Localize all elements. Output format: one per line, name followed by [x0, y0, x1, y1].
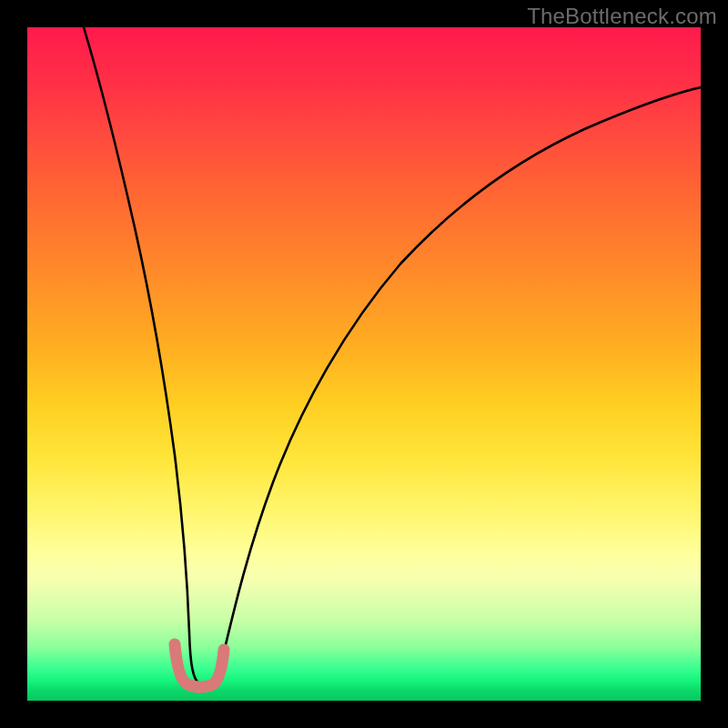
- optimal-zone-highlight: [175, 644, 224, 687]
- curve-svg: [27, 27, 701, 701]
- plot-area: [27, 27, 701, 701]
- watermark-text: TheBottleneck.com: [527, 4, 717, 29]
- bottleneck-curve: [84, 27, 701, 685]
- chart-container: TheBottleneck.com: [0, 0, 728, 728]
